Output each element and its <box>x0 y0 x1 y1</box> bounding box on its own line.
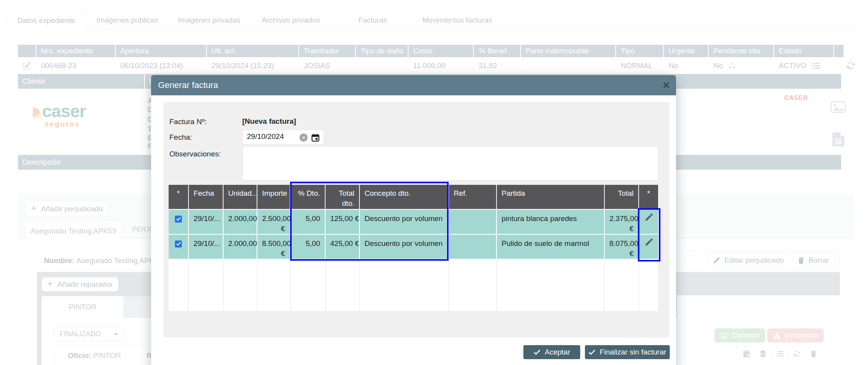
clear-icon[interactable]: ✕ <box>299 133 308 142</box>
factura-col-9: Total <box>605 185 639 209</box>
factura-table-empty <box>169 259 658 312</box>
modal-panel: Factura Nº: [Nueva factura] Fecha: 29/10… <box>164 102 669 337</box>
checkbox-checked[interactable] <box>175 216 182 223</box>
factura-label: Factura Nº: <box>169 118 207 126</box>
calendar-icon[interactable] <box>312 134 319 142</box>
observaciones-label: Observaciones: <box>169 150 221 158</box>
check-icon <box>588 349 595 355</box>
factura-cell-1-3: 8.500,00 € <box>257 234 291 259</box>
modal-title: Generar factura <box>158 80 218 90</box>
fecha-label: Fecha: <box>169 133 192 142</box>
checkbox-checked[interactable] <box>175 240 182 247</box>
check-icon <box>533 349 541 355</box>
aceptar-button[interactable]: Aceptar <box>523 345 580 359</box>
factura-col-8: Partida <box>497 185 605 209</box>
factura-col-2: Unidad... <box>224 185 257 209</box>
close-icon[interactable]: ✕ <box>659 78 674 93</box>
factura-cell-1-7 <box>449 234 497 259</box>
factura-cell-0-2: 2.000,00 <box>224 209 257 234</box>
factura-cell-0-7 <box>449 209 497 234</box>
factura-cell-0-0[interactable] <box>169 209 189 234</box>
factura-cell-1-2: 2.000,00 <box>224 234 257 259</box>
factura-cell-1-9: 8.075,00 € <box>605 234 639 259</box>
factura-col-1: Fecha <box>189 185 224 209</box>
fecha-input[interactable]: 29/10/2024 ✕ <box>242 130 324 145</box>
factura-cell-1-8: Pulido de suelo de marmol <box>497 234 605 259</box>
finalizar-button[interactable]: Finalizar sin facturar <box>585 345 670 359</box>
factura-col-0: * <box>169 185 189 209</box>
factura-cell-1-1: 29/10/... <box>189 234 224 259</box>
modal-header: Generar factura ✕ <box>151 75 676 95</box>
factura-cell-0-8: pintura blanca paredes <box>497 209 605 234</box>
factura-cell-0-1: 29/10/... <box>189 209 224 234</box>
generar-factura-modal: Generar factura ✕ Factura Nº: [Nueva fac… <box>151 75 676 365</box>
factura-cell-1-0[interactable] <box>169 234 189 259</box>
factura-col-7: Ref. <box>449 185 497 209</box>
observaciones-textarea[interactable] <box>242 146 658 181</box>
annotation-box-edit <box>638 208 660 261</box>
factura-cell-0-3: 2.500,00 € <box>257 209 291 234</box>
fecha-value: 29/10/2024 <box>247 132 284 141</box>
factura-col-10: * <box>639 185 658 209</box>
factura-col-3: Importe <box>257 185 291 209</box>
factura-value: [Nueva factura] <box>242 117 296 126</box>
factura-cell-0-9: 2.375,00 € <box>605 209 639 234</box>
annotation-box-discount <box>290 182 449 261</box>
